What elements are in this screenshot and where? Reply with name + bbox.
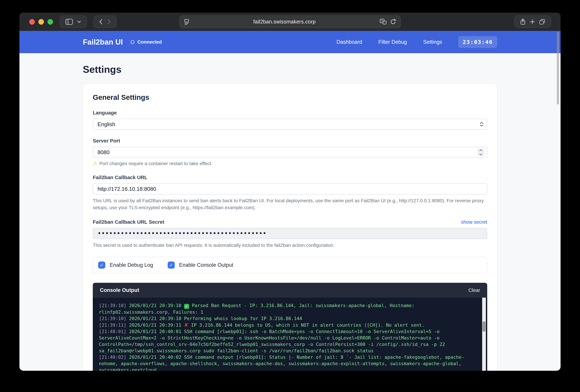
language-label: Language (93, 110, 487, 116)
status-ring-icon (130, 40, 135, 44)
log-line: [21:39:10] 2026/01/21 20:39:10 ✓ Parsed … (99, 302, 477, 315)
logging-options-panel: ✓ Enable Debug Log ✓ Enable Console Outp… (93, 257, 487, 273)
server-port-field: Server Port ⚠ Port changes require a con… (93, 138, 487, 167)
log-line: [21:40:02] 2026/01/21 20:40:02 SSH comma… (99, 354, 477, 371)
sidebar-button-group (59, 15, 87, 28)
select-chevrons-icon (480, 122, 483, 127)
enable-debug-log-label: Enable Debug Log (110, 262, 153, 268)
server-port-input[interactable] (93, 147, 487, 158)
history-nav-group (93, 15, 117, 28)
enable-debug-log-checkbox[interactable]: ✓ (98, 262, 105, 269)
minimize-window-button[interactable] (38, 19, 44, 25)
plus-icon (530, 19, 535, 24)
console-output-panel: Console Output Clear [21:39:10] 2026/01/… (93, 283, 487, 371)
number-stepper[interactable] (477, 148, 484, 157)
translate-icon[interactable]: A ☆ (379, 18, 387, 25)
console-log: [21:39:10] 2026/01/21 20:39:10 ✓ Parsed … (99, 302, 477, 371)
page-scrollbar-thumb[interactable] (557, 32, 559, 104)
port-warning: ⚠ Port changes require a container resta… (93, 161, 487, 167)
browser-titlebar: fail2ban.swissmakers.corp A ☆ (19, 13, 561, 31)
callback-url-input[interactable] (93, 183, 487, 195)
server-port-label: Server Port (93, 138, 487, 144)
console-header: Console Output Clear (93, 283, 487, 298)
nav-link-dashboard[interactable]: Dashboard (336, 39, 362, 45)
app-brand: Fail2ban UI (83, 38, 123, 46)
tabs-icon (539, 19, 545, 25)
callback-secret-input[interactable]: ••••••••••••••••••••••••••••••••••••••••… (93, 228, 487, 239)
language-select[interactable]: English (93, 119, 487, 130)
cross-emoji-icon: ✘ (184, 322, 188, 328)
console-scrollbar-track[interactable] (482, 298, 486, 371)
general-settings-card: General Settings Language English Server… (83, 84, 497, 371)
back-button[interactable] (97, 16, 105, 28)
page-content: Settings General Settings Language Engli… (19, 53, 561, 371)
masked-secret-value: ••••••••••••••••••••••••••••••••••••••••… (98, 230, 267, 237)
log-line: [21:40:01] 2026/01/21 20:40:01 SSH comma… (99, 328, 477, 354)
callback-url-label: Fail2ban Callback URL (93, 175, 487, 180)
language-field: Language English (93, 110, 487, 130)
forward-button[interactable] (105, 16, 113, 28)
traffic-lights (29, 19, 53, 25)
close-window-button[interactable] (29, 19, 35, 25)
chevron-down-icon (77, 20, 81, 23)
fullscreen-window-button[interactable] (47, 19, 53, 25)
window-actions-group (514, 15, 551, 28)
chevron-right-icon (107, 19, 111, 25)
console-scrollbar-thumb[interactable] (482, 321, 485, 332)
nav-link-filter-debug[interactable]: Filter Debug (378, 39, 407, 45)
check-emoji-icon: ✓ (184, 304, 189, 309)
page-title: Settings (83, 64, 497, 75)
nav-link-settings[interactable]: Settings (423, 39, 442, 45)
chevron-left-icon (99, 19, 103, 25)
callback-secret-help: This secret is used to authenticate ban … (93, 242, 487, 249)
callback-url-help: This URL is used by all Fail2Ban instanc… (93, 197, 487, 211)
clock-badge: 23:03:46 (458, 36, 497, 48)
warning-triangle-icon: ⚠ (93, 161, 97, 167)
svg-text:A: A (381, 20, 383, 22)
log-line: [21:39:10] 2026/01/21 20:39:10 Performin… (99, 315, 477, 322)
language-value: English (98, 121, 115, 127)
sidebar-icon (65, 18, 73, 25)
callback-secret-field: Fail2ban Callback URL Secret show secret… (93, 219, 487, 249)
console-clear-button[interactable]: Clear (468, 288, 480, 293)
callback-secret-label: Fail2ban Callback URL Secret (93, 219, 164, 225)
browser-window: fail2ban.swissmakers.corp A ☆ (19, 13, 561, 371)
reload-icon[interactable] (390, 18, 396, 25)
console-title: Console Output (100, 287, 139, 293)
status-label: Connected (138, 39, 162, 45)
log-line: [21:39:11] 2026/01/21 20:39:11 ✘ IP 3.21… (99, 322, 477, 328)
console-body: [21:39:10] 2026/01/21 20:39:10 ✓ Parsed … (93, 298, 487, 371)
address-text[interactable]: fail2ban.swissmakers.corp (189, 19, 379, 25)
sidebar-menu-chevron[interactable] (75, 16, 83, 28)
callback-url-field: Fail2ban Callback URL This URL is used b… (93, 175, 487, 211)
show-secret-link[interactable]: show secret (461, 219, 487, 225)
address-bar[interactable]: fail2ban.swissmakers.corp A ☆ (179, 15, 401, 28)
connection-status: Connected (130, 39, 162, 45)
port-warning-text: Port changes require a container restart… (99, 161, 212, 166)
svg-text:☆: ☆ (384, 21, 386, 24)
app-navbar: Fail2ban UI Connected Dashboard Filter D… (19, 31, 561, 53)
sidebar-toggle-button[interactable] (63, 16, 75, 28)
section-title: General Settings (93, 93, 487, 101)
tab-overview-button[interactable] (537, 16, 547, 28)
share-icon (520, 18, 526, 25)
new-tab-button[interactable] (528, 16, 537, 28)
enable-console-output-checkbox[interactable]: ✓ (168, 262, 175, 269)
reader-view-icon[interactable] (184, 18, 189, 25)
share-button[interactable] (518, 16, 528, 28)
enable-console-output-label: Enable Console Output (179, 262, 233, 268)
